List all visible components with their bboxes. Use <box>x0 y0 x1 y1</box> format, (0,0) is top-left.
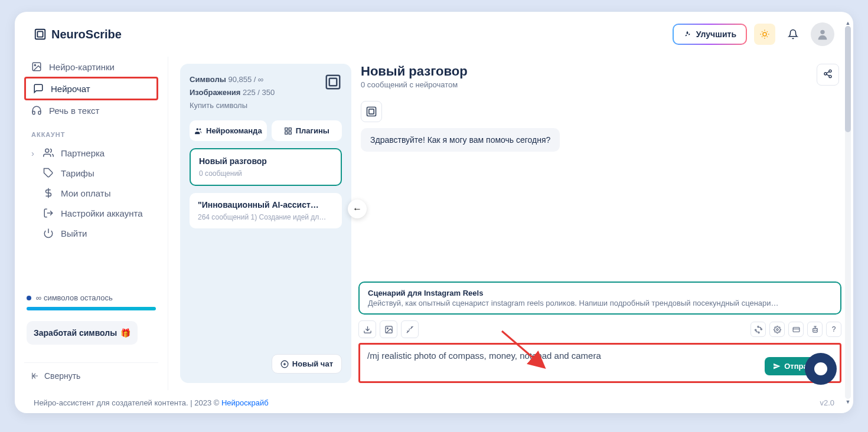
bot-message: Здравствуйте! Как я могу вам помочь сего… <box>361 128 560 152</box>
buy-symbols-link[interactable]: Купить символы <box>190 99 275 112</box>
share-icon <box>823 69 833 78</box>
scroll-down-arrow[interactable]: ▼ <box>845 399 851 405</box>
puzzle-icon <box>755 326 762 333</box>
new-chat-button[interactable]: Новый чат <box>272 354 342 374</box>
logo-text: NeuroScribe <box>51 28 122 41</box>
sidebar: Нейро-картинки Нейрочат Речь в текст АКК… <box>15 57 168 390</box>
scrollbar-track[interactable] <box>845 26 851 399</box>
sidebar-item-neurochat[interactable]: Нейрочат <box>26 78 156 99</box>
sidebar-label: Партнерка <box>61 148 105 158</box>
sidebar-label: Мои оплаты <box>61 188 110 198</box>
chat-panel: ← Новый разговор 0 сообщений с нейрочато… <box>358 64 841 383</box>
template-title: Сценарий для Instagram Reels <box>368 289 832 297</box>
earn-symbols-button[interactable]: Заработай символы 🎁 <box>27 321 138 345</box>
chat-icon <box>33 83 44 94</box>
svg-point-35 <box>815 330 816 330</box>
help-button[interactable]: ? <box>826 322 841 337</box>
team-icon <box>194 127 203 135</box>
svg-point-29 <box>387 328 388 329</box>
plugins-button[interactable]: Плагины <box>272 120 342 141</box>
sidebar-item-settings[interactable]: Настройки аккаунта <box>24 203 158 223</box>
sidebar-item-images[interactable]: Нейро-картинки <box>24 57 158 77</box>
svg-line-24 <box>827 74 830 76</box>
upgrade-button[interactable]: Улучшить <box>673 24 747 45</box>
sidebar-item-exit[interactable]: Выйти <box>24 223 158 243</box>
share-button[interactable] <box>817 64 839 86</box>
footer-link[interactable]: Нейроскрайб <box>221 398 269 407</box>
users-icon <box>43 148 54 158</box>
annotation-highlight-sidebar: Нейрочат <box>24 77 158 100</box>
scroll-up-arrow[interactable]: ▲ <box>845 20 851 26</box>
collapse-sidebar-button[interactable]: Свернуть <box>31 371 151 381</box>
plus-circle-icon <box>280 360 289 368</box>
earn-label: Заработай символы <box>34 328 117 338</box>
app-logo[interactable]: NeuroScribe <box>34 28 122 41</box>
question-icon: ? <box>832 325 836 333</box>
footer-text: Нейро-ассистент для создателей контента.… <box>34 398 269 407</box>
bot-avatar <box>361 101 382 122</box>
images-label: Изображения <box>190 88 240 97</box>
logout-icon <box>43 208 54 218</box>
picture-icon <box>384 325 393 334</box>
scrollbar-thumb[interactable] <box>845 26 851 132</box>
svg-rect-27 <box>369 109 374 114</box>
collapse-label: Свернуть <box>44 371 80 381</box>
robot-button[interactable] <box>807 322 823 337</box>
svg-point-23 <box>829 76 831 78</box>
version-label: v2.0 <box>820 398 834 407</box>
svg-point-13 <box>199 128 201 130</box>
input-zone: Сценарий для Instagram Reels Действуй, к… <box>358 278 841 383</box>
user-avatar[interactable] <box>811 22 834 46</box>
bell-icon <box>788 29 798 40</box>
chat-header: Новый разговор 0 сообщений с нейрочатом <box>358 64 841 96</box>
new-chat-label: Новый чат <box>292 359 333 368</box>
magic-button[interactable] <box>401 320 419 338</box>
template-desc: Действуй, как опытный сценарист instagra… <box>368 299 832 307</box>
card-button[interactable] <box>788 322 804 337</box>
sidebar-item-speech[interactable]: Речь в текст <box>24 100 158 120</box>
chat-fab-button[interactable] <box>805 353 837 385</box>
logo-icon <box>34 28 47 41</box>
card-icon <box>792 326 800 333</box>
dollar-icon <box>43 188 54 198</box>
sidebar-label: Нейро-картинки <box>49 62 115 72</box>
pill-label: Плагины <box>296 126 329 135</box>
main-row: Нейро-картинки Нейрочат Речь в текст АКК… <box>15 57 853 390</box>
headphones-icon <box>31 105 42 116</box>
stats-text: Символы 90,855 / ∞ Изображения 225 / 350… <box>190 73 275 112</box>
conversation-card-active[interactable]: Новый разговор 0 сообщений <box>190 148 342 186</box>
message-input[interactable]: /mj realistic photo of compass, money, n… <box>367 351 833 374</box>
neuroteam-button[interactable]: Нейрокоманда <box>190 120 267 141</box>
tool-group-left <box>358 320 419 338</box>
settings-button[interactable] <box>769 322 785 337</box>
svg-point-22 <box>824 73 827 75</box>
sidebar-item-partner[interactable]: › Партнерка <box>24 143 158 163</box>
notifications-button[interactable] <box>782 24 804 45</box>
sidebar-label: Выйти <box>61 228 87 238</box>
collapse-icon <box>31 372 40 380</box>
sun-icon <box>759 29 770 40</box>
svg-rect-11 <box>329 78 337 86</box>
extension-button[interactable] <box>750 322 766 337</box>
conversation-card[interactable]: "Инновационный AI-ассист… 264 сообщений … <box>190 193 342 228</box>
conversation-title: Новый разговор <box>199 156 332 166</box>
collapse-chat-list-button[interactable]: ← <box>348 199 367 218</box>
pill-label: Нейрокоманда <box>206 126 262 135</box>
cube-icon <box>324 73 342 91</box>
image-button[interactable] <box>380 320 397 338</box>
chat-subtitle: 0 сообщений с нейрочатом <box>361 80 468 89</box>
sidebar-label: Нейрочат <box>51 84 90 94</box>
theme-toggle-button[interactable] <box>754 24 775 45</box>
svg-rect-14 <box>285 128 287 130</box>
download-button[interactable] <box>358 320 376 338</box>
annotation-highlight-input: /mj realistic photo of compass, money, n… <box>358 343 841 383</box>
tool-group-right: ? <box>750 322 841 337</box>
svg-rect-1 <box>37 31 43 37</box>
prompt-template-card[interactable]: Сценарий для Instagram Reels Действуй, к… <box>358 282 841 315</box>
sidebar-item-tariffs[interactable]: Тарифы <box>24 163 158 183</box>
sidebar-item-payments[interactable]: Мои оплаты <box>24 183 158 203</box>
topbar-right: Улучшить <box>673 22 834 46</box>
svg-point-30 <box>776 328 778 330</box>
power-icon <box>43 228 54 238</box>
svg-point-6 <box>45 149 49 152</box>
